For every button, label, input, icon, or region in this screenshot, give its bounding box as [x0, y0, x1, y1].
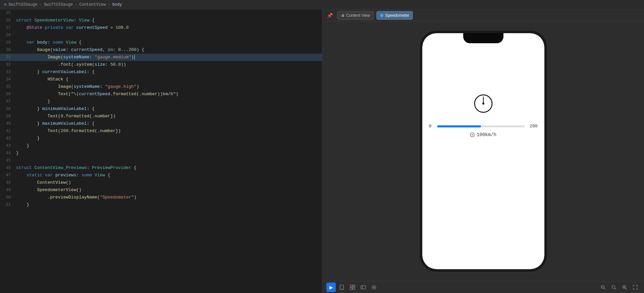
line-content: Text("\(currentSpeed.formatted(.number))…	[16, 91, 322, 98]
code-line-49[interactable]: 49 SpeedometerView()	[0, 186, 322, 194]
line-number: 41	[0, 127, 16, 135]
pin-button[interactable]: 📌	[325, 11, 334, 20]
line-number: 34	[0, 76, 16, 83]
gauge-speed-value: 100km/h	[477, 132, 496, 137]
line-content: struct SpeedometerView: View {	[16, 17, 322, 24]
line-number: 43	[0, 142, 16, 150]
code-editor[interactable]: 2526struct SpeedometerView: View {27 @St…	[0, 9, 322, 293]
tab-content-view-icon: 🖥	[341, 13, 344, 17]
gauge-medium-icon	[473, 94, 493, 118]
code-line-39[interactable]: 39 Text(0.formatted(.number})	[0, 113, 322, 120]
inspector-icon	[361, 285, 366, 290]
zoom-out-button[interactable]	[598, 283, 608, 292]
zoom-reset-icon	[611, 285, 616, 290]
breadcrumb-app-icon: ⚙	[4, 2, 6, 7]
code-line-32[interactable]: 32 .font(.system(size: 50.0))	[0, 61, 322, 68]
line-number: 38	[0, 105, 16, 113]
code-line-35[interactable]: 35 Image(systemName: "gauge.high")	[0, 83, 322, 91]
line-content: var body: some View {	[16, 39, 322, 46]
svg-rect-8	[350, 285, 352, 287]
grid-icon	[350, 285, 355, 290]
breadcrumb-sep-2: ›	[75, 2, 77, 7]
code-line-51[interactable]: 51 }	[0, 201, 322, 209]
line-content: Text(200.formatted(.number})	[16, 127, 322, 135]
line-content: } maximumValueLabel: {	[16, 120, 322, 127]
breadcrumb-item-1[interactable]: SwiftUIGauge	[8, 2, 37, 7]
code-line-33[interactable]: 33 } currentValueLabel: {	[0, 68, 322, 76]
breadcrumb-item-2[interactable]: SwiftUIGauge	[44, 2, 73, 7]
line-content: Image(systemName: "gauge.medium")	[16, 54, 322, 61]
code-line-40[interactable]: 40 } maximumValueLabel: {	[0, 120, 322, 127]
line-content: } minimumValueLabel: {	[16, 105, 322, 113]
line-number: 46	[0, 164, 16, 172]
svg-point-15	[373, 287, 375, 288]
main-area: 2526struct SpeedometerView: View {27 @St…	[0, 9, 644, 293]
inspector-button[interactable]	[359, 283, 368, 292]
code-line-41[interactable]: 41 Text(200.formatted(.number})	[0, 127, 322, 135]
bottom-toolbar: ▶	[322, 281, 644, 293]
code-line-34[interactable]: 34 HStack {	[0, 76, 322, 83]
breadcrumb-item-4[interactable]: body	[112, 2, 122, 7]
code-line-43[interactable]: 43 }	[0, 142, 322, 150]
device-button[interactable]	[337, 283, 346, 292]
code-line-25[interactable]: 25	[0, 9, 322, 17]
code-line-36[interactable]: 36 Text("\(currentSpeed.formatted(.numbe…	[0, 91, 322, 98]
bottom-right-tools	[598, 283, 640, 292]
gauge-high-icon	[470, 132, 475, 137]
tab-content-view[interactable]: 🖥 Content View	[337, 11, 374, 20]
bottom-left-tools: ▶	[326, 283, 379, 292]
code-line-28[interactable]: 28	[0, 32, 322, 39]
code-line-50[interactable]: 50 .previewDisplayName("Speedometer")	[0, 194, 322, 201]
gauge-value-label: 100km/h	[470, 132, 496, 137]
code-line-47[interactable]: 47 static var previews: some View {	[0, 172, 322, 179]
play-button[interactable]: ▶	[326, 283, 336, 292]
phone-notch	[463, 33, 503, 43]
settings-button[interactable]	[369, 283, 379, 292]
line-content: } currentValueLabel: {	[16, 68, 322, 76]
line-content: }	[16, 201, 322, 209]
code-line-37[interactable]: 37 }	[0, 98, 322, 105]
line-content: .font(.system(size: 50.0))	[16, 61, 322, 68]
breadcrumb-item-3[interactable]: ContentView	[79, 2, 106, 7]
code-line-29[interactable]: 29 var body: some View {	[0, 39, 322, 46]
code-line-46[interactable]: 46struct ContentView_Previews: PreviewPr…	[0, 164, 322, 172]
line-content: }	[16, 142, 322, 150]
code-line-38[interactable]: 38 } minimumValueLabel: {	[0, 105, 322, 113]
code-line-42[interactable]: 42 }	[0, 135, 322, 142]
svg-point-3	[483, 103, 484, 104]
code-line-30[interactable]: 30 Gauge(value: currentSpeed, in: 0...20…	[0, 46, 322, 54]
cursor	[134, 55, 135, 60]
line-number: 28	[0, 32, 16, 39]
line-number: 36	[0, 91, 16, 98]
line-content: Text(0.formatted(.number})	[16, 113, 322, 120]
svg-line-24	[626, 288, 627, 289]
line-number: 25	[0, 9, 16, 17]
line-number: 37	[0, 98, 16, 105]
breadcrumb-sep-3: ›	[108, 2, 110, 7]
line-number: 33	[0, 68, 16, 76]
fullscreen-button[interactable]	[631, 283, 640, 292]
code-line-45[interactable]: 45	[0, 157, 322, 164]
code-line-48[interactable]: 48 ContentView()	[0, 179, 322, 186]
svg-line-18	[604, 288, 605, 289]
fullscreen-icon	[633, 285, 638, 290]
preview-toolbar: 📌 🖥 Content View Speedometer	[322, 9, 644, 21]
gauge-max-label: 200	[528, 124, 538, 129]
code-line-27[interactable]: 27 @State private var currentSpeed = 100…	[0, 24, 322, 32]
code-line-26[interactable]: 26struct SpeedometerView: View {	[0, 17, 322, 24]
code-line-31[interactable]: 31 Image(systemName: "gauge.medium")	[0, 54, 322, 61]
line-number: 40	[0, 120, 16, 127]
gauge-track	[437, 125, 525, 127]
line-number: 45	[0, 157, 16, 164]
line-content: struct ContentView_Previews: PreviewProv…	[16, 164, 322, 172]
code-line-44[interactable]: 44}	[0, 150, 322, 157]
svg-rect-10	[350, 288, 352, 290]
line-number: 31	[0, 54, 16, 61]
grid-button[interactable]	[348, 283, 357, 292]
tab-speedometer[interactable]: Speedometer	[376, 11, 413, 20]
zoom-in-button[interactable]	[620, 283, 629, 292]
zoom-reset-button[interactable]	[609, 283, 619, 292]
gauge-min-label: 0	[429, 124, 434, 129]
line-number: 27	[0, 24, 16, 32]
line-number: 48	[0, 179, 16, 186]
